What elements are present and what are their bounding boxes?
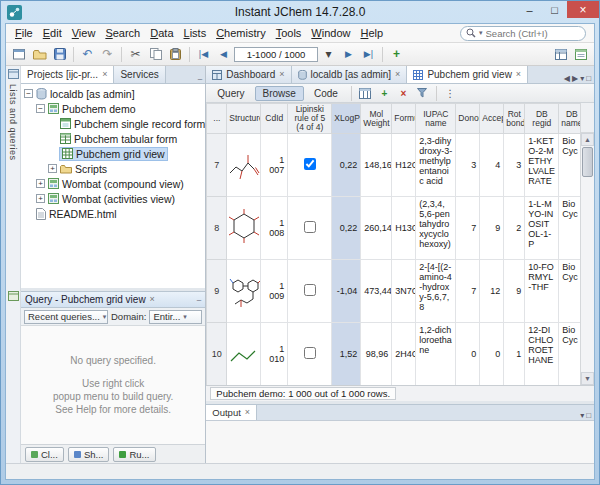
structure-cell[interactable] xyxy=(227,134,261,197)
menu-view[interactable]: View xyxy=(67,25,101,41)
xlogp-cell[interactable]: 0,22 xyxy=(332,197,361,260)
query-panel-header[interactable]: Query - Pubchem grid view × – xyxy=(21,291,205,308)
tab-close-icon[interactable]: × xyxy=(279,70,284,79)
cdid-cell[interactable]: 1 007 xyxy=(261,134,288,197)
acceptors-cell[interactable]: 4 xyxy=(480,134,504,197)
tree-item-localdb[interactable]: − localdb [as admin] xyxy=(21,86,205,101)
cut-icon[interactable]: ✂ xyxy=(126,45,145,64)
run-query-button[interactable]: Ru... xyxy=(113,447,155,462)
structure-cell[interactable] xyxy=(227,323,261,386)
lipinski-cell[interactable] xyxy=(288,134,332,197)
tab-services[interactable]: Services xyxy=(114,66,165,83)
column-header-formula[interactable]: Formul xyxy=(392,104,416,134)
tree-item-grid-view[interactable]: Pubchem grid view xyxy=(21,146,205,161)
minimized-query-icon[interactable] xyxy=(8,291,19,301)
rotbonds-cell[interactable]: 3 xyxy=(504,134,525,197)
menu-file[interactable]: File xyxy=(10,25,38,41)
menu-window[interactable]: Window xyxy=(306,25,355,41)
search-scope-caret-icon[interactable]: ▾ xyxy=(479,29,483,37)
menu-chemistry[interactable]: Chemistry xyxy=(211,25,271,41)
rotbonds-cell[interactable]: 2 xyxy=(504,197,525,260)
dbname-cell[interactable]: BioCyc xyxy=(559,260,580,323)
close-button[interactable]: × xyxy=(567,1,599,18)
recent-queries-dropdown[interactable]: Recent queries... ▾ xyxy=(24,310,108,324)
lists-queries-icon[interactable] xyxy=(8,69,19,79)
vertical-scrollbar[interactable]: ▲ ▼ xyxy=(580,103,594,385)
tab-close-icon[interactable]: × xyxy=(245,408,250,417)
tree-item-scripts[interactable]: + Scripts xyxy=(21,161,205,176)
dbregid-cell[interactable]: 10-FORMYL-THF xyxy=(525,260,559,323)
column-header-xlogp[interactable]: XLogP xyxy=(332,104,361,134)
formula-cell[interactable]: 3N7O7 xyxy=(392,260,416,323)
cdid-cell[interactable]: 1 010 xyxy=(261,323,288,386)
lipinski-checkbox[interactable] xyxy=(304,347,316,359)
last-record-icon[interactable]: ▶| xyxy=(359,45,378,64)
cdid-cell[interactable]: 1 008 xyxy=(261,197,288,260)
tab-scroll-left-icon[interactable]: ◀ xyxy=(564,74,570,83)
lipinski-checkbox[interactable] xyxy=(304,158,316,170)
xlogp-cell[interactable]: -1,04 xyxy=(332,260,361,323)
lists-queries-strip-label[interactable]: Lists and queries xyxy=(8,84,18,161)
form-display-icon[interactable] xyxy=(571,45,590,64)
query-panel-close-icon[interactable]: × xyxy=(150,295,155,304)
tab-close-icon[interactable]: × xyxy=(395,70,400,79)
column-header-rotbonds[interactable]: Rot bonds xyxy=(504,104,525,134)
column-header-dbname[interactable]: DB name xyxy=(559,104,580,134)
tab-projects[interactable]: Projects [ijc-pr... × xyxy=(21,66,114,83)
dbregid-cell[interactable]: 1-L-MYO-INOSITOL-1-P xyxy=(525,197,559,260)
output-list-icon[interactable]: ▾ xyxy=(580,411,584,420)
filter-icon[interactable] xyxy=(414,85,431,101)
structure-cell[interactable] xyxy=(227,197,261,260)
lipinski-checkbox[interactable] xyxy=(304,221,316,233)
tab-output[interactable]: Output × xyxy=(206,405,257,420)
tab-dashboard[interactable]: Dashboard × xyxy=(206,66,291,83)
xlogp-cell[interactable]: 0,22 xyxy=(332,134,361,197)
dbregid-cell[interactable]: 1-KETO-2-METHYLVALERATE xyxy=(525,134,559,197)
tab-close-icon[interactable]: × xyxy=(516,70,521,79)
rownum-cell[interactable]: 8 xyxy=(207,197,227,260)
lipinski-cell[interactable] xyxy=(288,323,332,386)
next-record-icon[interactable]: ▶ xyxy=(339,45,358,64)
tree-item-tabular-form[interactable]: Pubchem tabular form xyxy=(21,131,205,146)
open-project-icon[interactable] xyxy=(30,45,49,64)
formula-cell[interactable]: 2H4Cl2 xyxy=(392,323,416,386)
clear-query-button[interactable]: Cl... xyxy=(25,447,64,462)
rotbonds-cell[interactable]: 9 xyxy=(504,260,525,323)
dbname-cell[interactable]: BioCyc xyxy=(559,197,580,260)
tree-item-pubchem-demo[interactable]: − Pubchem demo xyxy=(21,101,205,116)
menu-edit[interactable]: Edit xyxy=(38,25,67,41)
output-maximize-icon[interactable]: □ xyxy=(586,411,591,420)
expand-icon[interactable]: + xyxy=(36,194,45,203)
donors-cell[interactable]: 3 xyxy=(456,134,480,197)
scroll-down-icon[interactable]: ▼ xyxy=(581,372,594,385)
formula-cell[interactable]: H12O4 xyxy=(392,134,416,197)
rotbonds-cell[interactable]: 1 xyxy=(504,323,525,386)
maximize-window-icon[interactable]: □ xyxy=(586,74,591,83)
quick-search-box[interactable]: ▾ xyxy=(460,26,586,41)
scrollbar-track[interactable] xyxy=(581,178,594,372)
undo-icon[interactable]: ↶ xyxy=(78,45,97,64)
more-options-icon[interactable]: ⋮ xyxy=(442,85,459,101)
iupac-cell[interactable]: 2-[4-[(2-amino-4-hydroxy-5,6,7,8 xyxy=(416,260,456,323)
column-header-cdid[interactable]: CdId xyxy=(261,104,288,134)
tab-localdb[interactable]: localdb [as admin] × xyxy=(292,66,408,83)
menu-lists[interactable]: Lists xyxy=(179,25,212,41)
column-header-structure[interactable]: Structure xyxy=(227,104,261,134)
delete-record-icon[interactable]: × xyxy=(395,85,412,101)
column-header-lipinski[interactable]: Lipinski rule of 5 (4 of 4) xyxy=(288,104,332,134)
grid-display-icon[interactable] xyxy=(551,45,570,64)
menu-tools[interactable]: Tools xyxy=(271,25,307,41)
column-header-acceptors[interactable]: Accept xyxy=(480,104,504,134)
save-all-icon[interactable] xyxy=(50,45,69,64)
tree-item-single-record-form[interactable]: Pubchem single record form xyxy=(21,116,205,131)
formula-cell[interactable]: H13O9P xyxy=(392,197,416,260)
rownum-cell[interactable]: 7 xyxy=(207,134,227,197)
output-content[interactable] xyxy=(206,421,594,463)
column-header-dbregid[interactable]: DB regid xyxy=(525,104,559,134)
record-range-caret-icon[interactable]: ▾ xyxy=(319,45,338,64)
molweight-cell[interactable]: 473,44 xyxy=(361,260,392,323)
titlebar[interactable]: Instant JChem 14.7.28.0 – □ × xyxy=(1,1,599,23)
customize-view-icon[interactable] xyxy=(357,85,374,101)
donors-cell[interactable]: 7 xyxy=(456,197,480,260)
copy-icon[interactable] xyxy=(146,45,165,64)
